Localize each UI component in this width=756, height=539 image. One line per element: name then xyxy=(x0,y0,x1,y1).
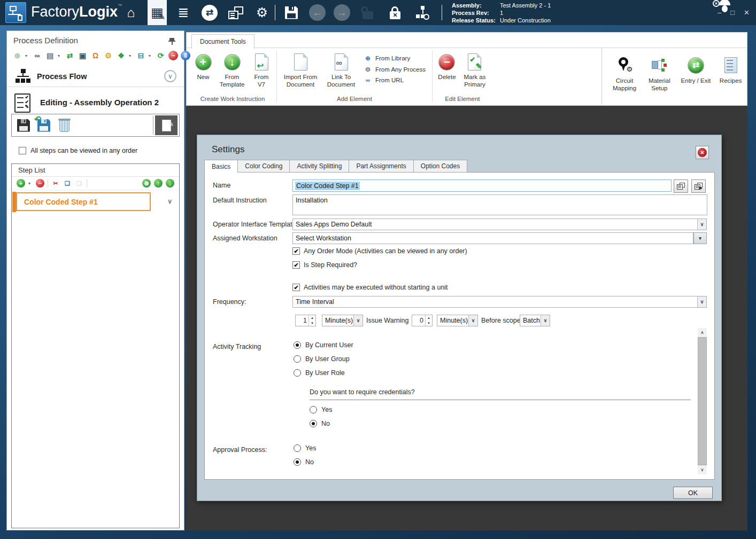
spin-up-icon-2[interactable]: ▲ xyxy=(426,315,432,321)
mark-as-primary-button[interactable]: ✔✎ Mark as Primary xyxy=(459,49,490,88)
interval-unit-select[interactable]: Minute(s) ∨ xyxy=(322,315,363,326)
forward-icon[interactable]: → xyxy=(334,4,350,21)
any-order-checkbox[interactable]: ✔ xyxy=(292,247,300,255)
add-process-icon[interactable]: ⊕ xyxy=(12,51,22,61)
default-instruction-input[interactable]: Installation xyxy=(292,194,707,215)
material-setup-button[interactable]: Material Setup xyxy=(644,51,675,105)
paste-icon[interactable]: ❏ xyxy=(75,179,83,188)
process-search-icon[interactable] xyxy=(413,0,432,25)
dialog-scrollbar[interactable]: ∧ ∨ xyxy=(698,328,707,474)
tracking-current-user-option[interactable]: By Current User xyxy=(294,341,353,349)
close-button[interactable]: ✕ xyxy=(744,9,750,17)
unlock-icon[interactable] xyxy=(358,0,377,25)
recipes-button[interactable]: Recipes xyxy=(716,51,745,105)
from-template-button[interactable]: ↓ From Template xyxy=(215,49,249,88)
cut-icon[interactable]: ✂ xyxy=(51,179,60,188)
export-icon[interactable]: ❖ xyxy=(116,51,126,61)
step-required-checkbox[interactable]: ✔ xyxy=(292,261,300,269)
frequency-select[interactable]: Time Interval ∨ xyxy=(292,296,707,308)
spin-down-icon-2[interactable]: ▼ xyxy=(426,321,432,326)
tab-option-codes[interactable]: Option Codes xyxy=(413,160,467,173)
from-v7-button[interactable]: ↩ From V7 xyxy=(249,49,274,88)
credentials-no-option[interactable]: No xyxy=(310,420,330,427)
circuit-mapping-button[interactable]: ⚙ Circuit Mapping xyxy=(608,51,641,105)
scroll-down-button[interactable]: ∨ xyxy=(698,465,707,474)
from-url-button[interactable]: ∞ From URL xyxy=(364,77,426,83)
materials-nav-icon[interactable]: ≣ xyxy=(174,0,193,25)
print-caret-icon[interactable]: ▾ xyxy=(58,53,62,58)
warning-spin-arrows[interactable]: ▲▼ xyxy=(425,315,432,326)
add-step-icon[interactable]: + xyxy=(17,179,25,188)
delete-operation-button[interactable] xyxy=(54,115,74,135)
sync-icon[interactable]: ⇄ xyxy=(65,51,75,61)
step-expand-chevron-icon[interactable]: ∨ xyxy=(167,198,172,205)
add-caret-icon[interactable]: ▾ xyxy=(25,53,29,58)
add-step-caret-icon[interactable]: ▾ xyxy=(28,181,33,186)
collapse-icon[interactable]: ∨ xyxy=(164,70,176,82)
dialog-close-button[interactable]: ✕ xyxy=(696,146,709,159)
scrollbar-thumb[interactable] xyxy=(698,337,707,465)
approval-no-option[interactable]: No xyxy=(294,458,314,466)
delete-element-button[interactable]: − Delete xyxy=(435,49,459,81)
apply-name-button[interactable] xyxy=(691,179,706,193)
warning-unit-select[interactable]: Minute(s) ∨ xyxy=(437,315,478,326)
save-operation-button[interactable] xyxy=(13,115,34,135)
process-flow-header[interactable]: Process Flow ∨ xyxy=(7,66,184,87)
from-library-button[interactable]: ⊕ From Library xyxy=(364,54,426,62)
spin-down-icon[interactable]: ▼ xyxy=(309,321,315,326)
tracking-user-role-radio[interactable] xyxy=(294,369,301,377)
all-steps-checkbox[interactable] xyxy=(19,147,26,154)
db-caret-icon[interactable]: ▾ xyxy=(149,53,153,58)
import-from-document-button[interactable]: Import From Document xyxy=(279,49,322,88)
pin-icon[interactable] xyxy=(169,37,175,45)
lock-close-icon[interactable]: ✕ xyxy=(385,0,405,25)
tracking-user-group-radio[interactable] xyxy=(294,355,301,363)
tab-color-coding[interactable]: Color Coding xyxy=(237,160,289,173)
process-definition-nav-icon[interactable]: ▦✎ xyxy=(148,0,167,25)
scroll-up-button[interactable]: ∧ xyxy=(698,328,707,337)
import-operation-button[interactable]: ↶ xyxy=(34,115,54,135)
step-name[interactable]: Color Coded Step #1 xyxy=(16,192,151,211)
export-caret-icon[interactable]: ▾ xyxy=(129,53,133,58)
approval-no-radio[interactable] xyxy=(294,458,301,466)
credentials-yes-option[interactable]: Yes xyxy=(310,406,332,413)
link-to-document-button[interactable]: ∞ Link To Document xyxy=(322,49,360,88)
tab-part-assignments[interactable]: Part Assignments xyxy=(349,160,413,173)
move-step-up-icon[interactable]: ↑ xyxy=(154,179,163,188)
transfer-nav-icon[interactable]: ⇄ xyxy=(200,0,219,25)
new-button[interactable]: + New xyxy=(191,49,215,81)
edit-work-instruction-button[interactable]: ✎ xyxy=(155,115,178,135)
options-gear-icon[interactable]: ⚙ xyxy=(103,51,113,61)
home-icon[interactable]: ⌂ xyxy=(121,0,141,25)
back-icon[interactable]: ← xyxy=(309,4,326,21)
operator-template-select[interactable]: Sales Apps Demo Default ∨ xyxy=(292,218,707,230)
find-icon[interactable]: ∞ xyxy=(32,51,42,61)
spin-up-icon[interactable]: ▲ xyxy=(309,315,315,321)
ok-button[interactable]: OK xyxy=(673,487,713,499)
name-input[interactable]: Color Coded Step #1 xyxy=(292,179,672,192)
tracking-user-role-option[interactable]: By User Role xyxy=(294,369,345,377)
save-icon[interactable] xyxy=(282,0,301,25)
credentials-yes-radio[interactable] xyxy=(310,406,317,413)
move-step-down-icon[interactable]: ↓ xyxy=(166,179,174,188)
maximize-button[interactable]: □ xyxy=(730,9,735,17)
settings-nav-icon[interactable]: ⚙ xyxy=(252,0,272,25)
remove-step-icon[interactable]: − xyxy=(36,179,44,188)
interval-spin-arrows[interactable]: ▲▼ xyxy=(308,315,315,326)
warning-spinner[interactable]: 0 ▲▼ xyxy=(412,315,433,326)
zoom-add-icon[interactable]: ⊕ xyxy=(142,179,151,188)
tab-document-tools[interactable]: Document Tools xyxy=(191,34,254,49)
tab-basics[interactable]: Basics xyxy=(204,160,237,173)
copy-name-button[interactable] xyxy=(674,179,688,193)
documents-nav-icon[interactable] xyxy=(226,0,245,25)
refresh-icon[interactable]: ⟳ xyxy=(156,51,166,61)
copy-icon[interactable]: ❏ xyxy=(63,179,72,188)
tracking-current-user-radio[interactable] xyxy=(294,341,301,349)
without-unit-checkbox[interactable]: ✔ xyxy=(292,284,300,291)
deactivate-icon[interactable]: − xyxy=(168,51,178,60)
tracking-user-group-option[interactable]: By User Group xyxy=(294,355,350,363)
bell-icon[interactable]: Ω xyxy=(90,51,101,61)
interval-spinner[interactable]: 1 ▲▼ xyxy=(295,315,316,326)
tab-activity-splitting[interactable]: Activity Splitting xyxy=(289,160,349,173)
scope-select[interactable]: Batch ∨ xyxy=(520,315,550,326)
